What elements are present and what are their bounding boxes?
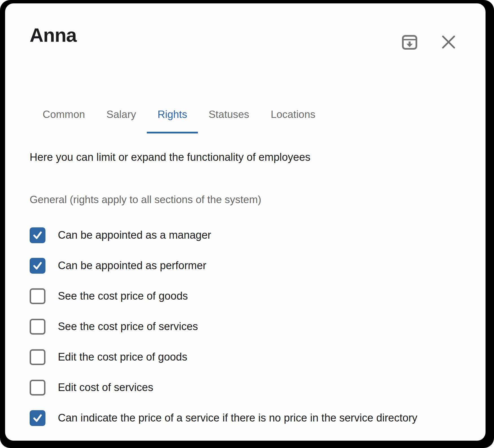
permission-label[interactable]: See the cost price of goods [58, 290, 188, 302]
archive-button[interactable] [401, 33, 418, 51]
checkbox[interactable] [30, 349, 45, 365]
permission-row: Can be appointed as performer [30, 258, 469, 274]
checkmark-icon [31, 229, 44, 241]
archive-icon [401, 33, 418, 51]
permission-row: See the cost price of services [30, 319, 469, 335]
tab-label: Rights [158, 109, 187, 120]
permission-label[interactable]: Can be appointed as a manager [58, 229, 211, 241]
close-button[interactable] [440, 33, 457, 51]
permission-row: Edit the cost price of goods [30, 349, 469, 365]
checkbox[interactable] [30, 410, 45, 426]
rights-description: Here you can limit or expand the functio… [30, 151, 469, 164]
tab-bar: Common Salary Rights Statuses Locations [32, 109, 469, 133]
permission-label[interactable]: Can indicate the price of a service if t… [58, 412, 418, 424]
tab-rights[interactable]: Rights [147, 109, 198, 133]
tab-label: Salary [106, 109, 136, 120]
checkbox[interactable] [30, 380, 45, 396]
permission-label[interactable]: Can be appointed as performer [58, 260, 206, 272]
tab-label: Statuses [209, 109, 249, 120]
permission-row: Can indicate the price of a service if t… [30, 410, 469, 426]
permission-label[interactable]: Edit cost of services [58, 381, 153, 394]
close-icon [441, 34, 456, 50]
tab-common[interactable]: Common [32, 109, 96, 133]
checkmark-icon [31, 260, 44, 272]
tab-locations[interactable]: Locations [260, 109, 326, 133]
tab-statuses[interactable]: Statuses [198, 109, 260, 133]
permissions-list: Can be appointed as a manager Can be app… [30, 227, 469, 426]
tab-label: Common [43, 109, 85, 120]
tab-label: Locations [271, 109, 315, 120]
checkmark-icon [31, 412, 44, 424]
checkbox[interactable] [30, 227, 45, 243]
section-heading: General (rights apply to all sections of… [30, 194, 469, 206]
checkbox[interactable] [30, 258, 45, 274]
tab-salary[interactable]: Salary [96, 109, 147, 133]
permission-label[interactable]: See the cost price of services [58, 320, 198, 333]
checkbox[interactable] [30, 288, 45, 304]
permission-row: Edit cost of services [30, 380, 469, 396]
permission-label[interactable]: Edit the cost price of goods [58, 351, 187, 363]
employee-settings-modal: Anna Common Salary Rights Statuses Locat… [5, 3, 486, 441]
header-actions [401, 33, 457, 51]
permission-row: Can be appointed as a manager [30, 227, 469, 243]
permission-row: See the cost price of goods [30, 288, 469, 304]
checkbox[interactable] [30, 319, 45, 335]
